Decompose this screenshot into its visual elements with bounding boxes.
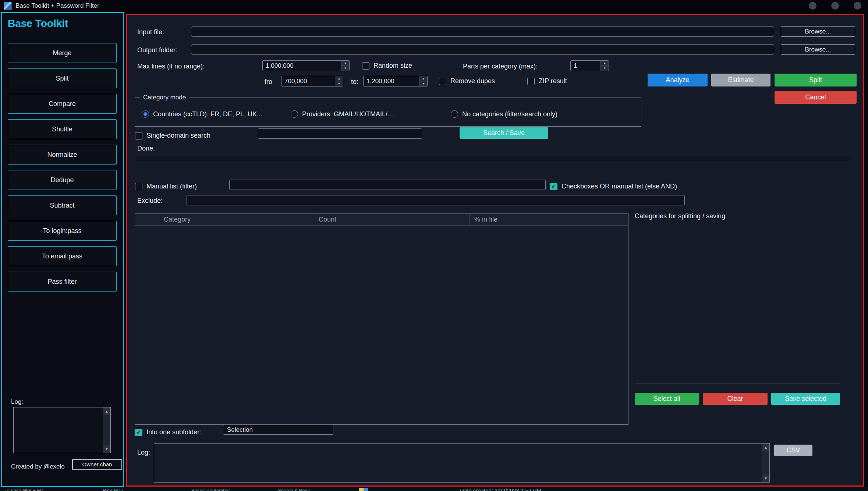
subfolder-name-field[interactable] bbox=[223, 425, 333, 435]
no-categories-radio-label: No categories (filter/search only) bbox=[462, 110, 557, 118]
clear-button[interactable]: Clear bbox=[703, 393, 768, 405]
category-table-header: Category Count % in file bbox=[135, 213, 628, 226]
scroll-down-icon[interactable]: ▼ bbox=[762, 474, 769, 482]
output-folder-label: Output folder: bbox=[137, 46, 177, 54]
sidebar-button-dedupe[interactable]: Dedupe bbox=[8, 170, 117, 190]
providers-radio[interactable] bbox=[291, 110, 298, 118]
manual-list-field[interactable] bbox=[229, 180, 546, 190]
close-button[interactable] bbox=[854, 2, 861, 10]
zip-result-checkbox[interactable] bbox=[527, 78, 535, 85]
category-mode-title: Category mode bbox=[140, 94, 189, 101]
to-increment-icon[interactable]: ▲ bbox=[419, 76, 427, 81]
scrollbar-track[interactable] bbox=[762, 451, 769, 474]
csv-button[interactable]: CSV bbox=[774, 445, 812, 456]
sidebar-log-scrollbar[interactable]: ▲ ▼ bbox=[103, 407, 110, 453]
max-lines-label: Max lines (if no range): bbox=[137, 63, 205, 70]
sidebar-button-merge[interactable]: Merge bbox=[8, 43, 117, 63]
search-save-button[interactable]: Search / Save bbox=[460, 127, 548, 139]
date-created-text: Date created: 12/2/2023 1:52 PM bbox=[460, 487, 541, 491]
checkboxes-or-label: Checkboxes OR manual list (else AND) bbox=[561, 183, 677, 190]
taskbar-item[interactable]: Search & News... bbox=[278, 488, 315, 491]
parts-input[interactable] bbox=[571, 61, 600, 71]
sidebar-button-to-login-pass[interactable]: To login:pass bbox=[8, 221, 117, 241]
from-spinner: ▲ ▼ bbox=[281, 76, 343, 86]
max-lines-decrement-icon[interactable]: ▼ bbox=[341, 66, 349, 71]
sidebar: Base Toolkit Merge Split Compare Shuffle… bbox=[1, 12, 124, 487]
main-log-content bbox=[154, 444, 762, 482]
from-increment-icon[interactable]: ▲ bbox=[335, 76, 343, 81]
app-icon bbox=[4, 2, 12, 10]
countries-radio[interactable] bbox=[142, 110, 149, 118]
max-lines-spin-arrows: ▲ ▼ bbox=[341, 61, 349, 71]
no-categories-radio[interactable] bbox=[451, 110, 458, 118]
to-input[interactable] bbox=[364, 76, 419, 86]
random-size-checkbox[interactable] bbox=[362, 62, 369, 70]
scroll-down-icon[interactable]: ▼ bbox=[103, 445, 110, 453]
scroll-up-icon[interactable]: ▲ bbox=[103, 407, 110, 415]
parts-decrement-icon[interactable]: ▼ bbox=[601, 66, 609, 71]
from-input[interactable] bbox=[281, 76, 335, 86]
checkboxes-or-checkbox[interactable] bbox=[550, 183, 557, 190]
maximize-button[interactable] bbox=[831, 2, 839, 10]
taskbar-item[interactable]: BKV Mail... bbox=[103, 488, 127, 491]
output-folder-field[interactable] bbox=[191, 44, 774, 55]
scroll-up-icon[interactable]: ▲ bbox=[762, 444, 769, 451]
table-header-select-column bbox=[135, 213, 159, 225]
taskbar-item[interactable]: To base filter + Ma... bbox=[4, 488, 47, 491]
sidebar-button-compare[interactable]: Compare bbox=[8, 94, 117, 114]
scrollbar-track[interactable] bbox=[103, 415, 110, 445]
output-folder-browse-button[interactable]: Browse... bbox=[781, 44, 855, 55]
category-table[interactable]: Category Count % in file bbox=[135, 213, 628, 425]
categories-listbox[interactable] bbox=[635, 223, 840, 384]
split-button[interactable]: Split bbox=[775, 74, 857, 86]
sidebar-button-to-email-pass[interactable]: To email:pass bbox=[8, 246, 117, 266]
taskbar-app-icon[interactable] bbox=[359, 488, 368, 491]
sidebar-log-area[interactable]: ▲ ▼ bbox=[13, 407, 111, 453]
sidebar-button-normalize[interactable]: Normalize bbox=[8, 145, 117, 165]
parts-per-category-label: Parts per category (max): bbox=[463, 63, 538, 70]
exclude-label: Exclude: bbox=[137, 197, 163, 205]
owner-channel-button[interactable]: Owner chan bbox=[72, 459, 122, 470]
minimize-button[interactable] bbox=[809, 2, 816, 10]
remove-dupes-label: Remove dupes bbox=[450, 77, 495, 85]
table-header-percent: % in file bbox=[470, 213, 628, 225]
into-one-subfolder-checkbox[interactable] bbox=[135, 429, 142, 436]
countries-radio-label: Countries (ccTLD): FR, DE, PL, UK... bbox=[153, 110, 262, 118]
exclude-field[interactable] bbox=[187, 195, 685, 205]
sidebar-button-split[interactable]: Split bbox=[8, 68, 117, 88]
single-domain-field[interactable] bbox=[258, 128, 422, 139]
analyze-button[interactable]: Analyze bbox=[648, 74, 708, 86]
manual-list-checkbox[interactable] bbox=[135, 183, 142, 190]
input-file-browse-button[interactable]: Browse... bbox=[781, 26, 855, 37]
main-log-scrollbar[interactable]: ▲ ▼ bbox=[762, 444, 769, 482]
sidebar-button-subtract[interactable]: Subtract bbox=[8, 195, 117, 215]
sidebar-button-pass-filter[interactable]: Pass filter bbox=[8, 272, 117, 292]
main-log-label: Log: bbox=[137, 449, 150, 456]
parts-spinner: ▲ ▼ bbox=[570, 60, 609, 71]
window-controls bbox=[809, 2, 861, 10]
from-decrement-icon[interactable]: ▼ bbox=[335, 81, 343, 86]
to-decrement-icon[interactable]: ▼ bbox=[419, 81, 427, 86]
into-one-subfolder-label: Into one subfolder: bbox=[146, 428, 201, 436]
single-domain-checkbox[interactable] bbox=[135, 132, 142, 139]
main-log-area[interactable]: ▲ ▼ bbox=[154, 443, 770, 483]
input-file-field[interactable] bbox=[191, 26, 774, 37]
single-domain-label: Single-domain search bbox=[146, 132, 210, 139]
estimate-button[interactable]: Estimate bbox=[711, 74, 770, 86]
progress-bar bbox=[135, 156, 851, 161]
sidebar-title: Base Toolkit bbox=[8, 18, 68, 29]
parts-increment-icon[interactable]: ▲ bbox=[601, 61, 609, 66]
zip-result-label: ZIP result bbox=[539, 77, 567, 85]
table-header-count: Count bbox=[314, 213, 470, 225]
taskbar-item[interactable]: Bases: september... bbox=[191, 488, 234, 491]
max-lines-increment-icon[interactable]: ▲ bbox=[341, 61, 349, 66]
table-header-category: Category bbox=[159, 213, 314, 225]
select-all-button[interactable]: Select all bbox=[635, 393, 699, 405]
save-selected-button[interactable]: Save selected bbox=[771, 393, 840, 405]
manual-list-label: Manual list (filter) bbox=[146, 183, 197, 190]
max-lines-input[interactable] bbox=[263, 61, 341, 71]
sidebar-button-shuffle[interactable]: Shuffle bbox=[8, 119, 117, 139]
status-text: Done. bbox=[137, 145, 155, 152]
remove-dupes-checkbox[interactable] bbox=[439, 78, 446, 85]
cancel-button[interactable]: Cancel bbox=[775, 91, 857, 104]
